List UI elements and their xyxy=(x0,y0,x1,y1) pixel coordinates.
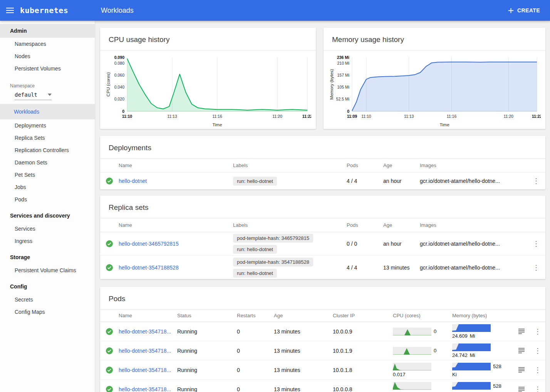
namespace-label: Namespace xyxy=(0,82,95,90)
table-row: hello-dotnet-3465792815 pod-template-has… xyxy=(100,232,545,256)
svg-text:11:10: 11:10 xyxy=(361,114,371,119)
namespace-value: default xyxy=(15,92,37,98)
svg-text:157 Mi: 157 Mi xyxy=(337,73,349,77)
menu-dots-icon[interactable]: ⋮ xyxy=(533,178,540,184)
sidebar-item-workloads[interactable]: Workloads xyxy=(0,104,95,119)
sidebar-item-pet-sets[interactable]: Pet Sets xyxy=(0,169,95,181)
deployments-title: Deployments xyxy=(100,136,545,159)
kubernetes-logo[interactable]: kubernetes xyxy=(20,6,68,15)
svg-text:0.060: 0.060 xyxy=(114,73,124,77)
column-header-cluster-ip: Cluster IP xyxy=(333,313,393,318)
svg-text:Time: Time xyxy=(212,122,222,127)
memory-sparkline xyxy=(452,382,491,390)
sidebar-item-admin[interactable]: Admin xyxy=(0,24,95,38)
pods-header-row: Name Status Restarts Age Cluster IP CPU … xyxy=(100,310,545,322)
memory-value: 528 xyxy=(493,383,501,389)
logs-icon[interactable] xyxy=(518,328,525,334)
replica-set-name-link[interactable]: hello-dotnet-3465792815 xyxy=(119,241,233,247)
sidebar-item-daemon-sets[interactable]: Daemon Sets xyxy=(0,156,95,169)
table-row: hello-dotnet-354718... Running 0 13 minu… xyxy=(100,380,545,392)
pod-cluster-ip: 10.0.1.9 xyxy=(333,348,393,354)
table-row: hello-dotnet run: hello-dotnet 4 / 4 an … xyxy=(100,173,545,189)
memory-sparkline xyxy=(452,363,491,370)
sidebar-item-replica-sets[interactable]: Replica Sets xyxy=(0,132,95,144)
sidebar-item-config[interactable]: Config xyxy=(0,280,95,293)
sidebar-item-persistent-volumes[interactable]: Persistent Volumes xyxy=(0,62,95,75)
pod-age: 13 minutes xyxy=(274,386,333,392)
sidebar-item-ingress[interactable]: Ingress xyxy=(0,235,95,247)
column-header-pods: Pods xyxy=(347,222,383,228)
svg-text:0: 0 xyxy=(122,109,124,114)
logs-icon[interactable] xyxy=(518,367,525,373)
pod-name-link[interactable]: hello-dotnet-354718... xyxy=(119,386,177,392)
svg-text:0.040: 0.040 xyxy=(114,85,124,89)
svg-text:11:22: 11:22 xyxy=(302,114,311,119)
pod-name-link[interactable]: hello-dotnet-354718... xyxy=(119,348,177,354)
pod-status: Running xyxy=(177,367,237,373)
logs-icon[interactable] xyxy=(518,387,525,392)
pod-memory-cell: 24.609 Mi xyxy=(452,324,507,339)
replica-sets-title: Replica sets xyxy=(100,196,545,218)
create-button[interactable]: CREATE xyxy=(508,7,540,14)
menu-dots-icon[interactable]: ⋮ xyxy=(533,240,540,247)
menu-icon[interactable] xyxy=(0,7,20,13)
menu-dots-icon[interactable]: ⋮ xyxy=(534,386,541,392)
status-ok-icon xyxy=(106,177,113,185)
svg-text:11:22: 11:22 xyxy=(532,114,541,119)
menu-dots-icon[interactable]: ⋮ xyxy=(534,328,541,335)
sidebar-item-jobs[interactable]: Jobs xyxy=(0,181,95,193)
replica-set-images: gcr.io/dotnet-atamel/hello-dotne... xyxy=(420,265,527,271)
status-ok-icon xyxy=(106,240,113,248)
sidebar-item-secrets[interactable]: Secrets xyxy=(0,293,95,306)
svg-text:11:09: 11:09 xyxy=(347,114,357,119)
sidebar-item-storage[interactable]: Storage xyxy=(0,250,95,264)
namespace-selector[interactable]: default xyxy=(15,92,52,100)
replica-set-name-link[interactable]: hello-dotnet-3547188528 xyxy=(119,265,233,271)
table-row: hello-dotnet-3547188528 pod-template-has… xyxy=(100,256,545,279)
pod-cluster-ip: 10.0.1.8 xyxy=(333,367,393,373)
replica-set-pods: 4 / 4 xyxy=(347,265,383,271)
pod-memory-cell: 528 Ki xyxy=(452,363,507,377)
column-header-images: Images xyxy=(420,162,527,168)
pod-status: Running xyxy=(177,328,237,335)
sidebar-item-namespaces[interactable]: Namespaces xyxy=(0,38,95,50)
sidebar-item-services[interactable]: Services xyxy=(0,223,95,235)
sidebar-item-replication-controllers[interactable]: Replication Controllers xyxy=(0,144,95,156)
memory-chart-title: Memory usage history xyxy=(324,28,545,50)
sidebar-item-pods[interactable]: Pods xyxy=(0,193,95,206)
svg-text:52.5 Mi: 52.5 Mi xyxy=(336,97,349,101)
sidebar-item-persistent-volume-claims[interactable]: Persistent Volume Claims xyxy=(0,264,95,276)
svg-text:0.090: 0.090 xyxy=(114,55,124,60)
replica-sets-card: Replica sets Name Labels Pods Age Images… xyxy=(100,196,545,279)
sidebar-item-config-maps[interactable]: Config Maps xyxy=(0,306,95,318)
menu-dots-icon[interactable]: ⋮ xyxy=(534,347,541,354)
replica-set-images: gcr.io/dotnet-atamel/hello-dotne... xyxy=(420,241,527,247)
pod-name-link[interactable]: hello-dotnet-354718... xyxy=(119,367,177,373)
sidebar-item-deployments[interactable]: Deployments xyxy=(0,119,95,132)
pod-name-link[interactable]: hello-dotnet-354718... xyxy=(119,328,177,335)
status-ok-icon xyxy=(106,347,113,355)
label-chip: run: hello-dotnet xyxy=(233,177,277,186)
sidebar-item-nodes[interactable]: Nodes xyxy=(0,50,95,62)
svg-text:0.080: 0.080 xyxy=(114,61,124,65)
memory-unit: Mi xyxy=(470,333,475,339)
chevron-down-icon xyxy=(48,94,52,96)
label-chip: pod-template-hash: 3465792815 xyxy=(233,234,313,243)
menu-dots-icon[interactable]: ⋮ xyxy=(534,367,541,374)
svg-text:0: 0 xyxy=(347,109,349,114)
cpu-chart-title: CPU usage history xyxy=(100,28,316,50)
memory-unit: Ki xyxy=(452,372,457,377)
svg-text:0.020: 0.020 xyxy=(114,97,124,101)
column-header-images: Images xyxy=(420,222,527,228)
pod-age: 13 minutes xyxy=(274,367,333,373)
menu-dots-icon[interactable]: ⋮ xyxy=(533,264,540,271)
status-ok-icon xyxy=(106,385,113,392)
sidebar-item-services-and-discovery[interactable]: Services and discovery xyxy=(0,209,95,223)
cpu-sparkline xyxy=(393,347,431,355)
replica-set-pods: 0 / 0 xyxy=(347,241,383,247)
deployment-name-link[interactable]: hello-dotnet xyxy=(119,178,233,184)
replica-sets-header-row: Name Labels Pods Age Images xyxy=(100,218,545,232)
memory-usage-card: Memory usage history 236 Mi210 Mi157 Mi1… xyxy=(324,28,545,129)
logs-icon[interactable] xyxy=(518,348,525,353)
column-header-status: Status xyxy=(177,313,237,318)
